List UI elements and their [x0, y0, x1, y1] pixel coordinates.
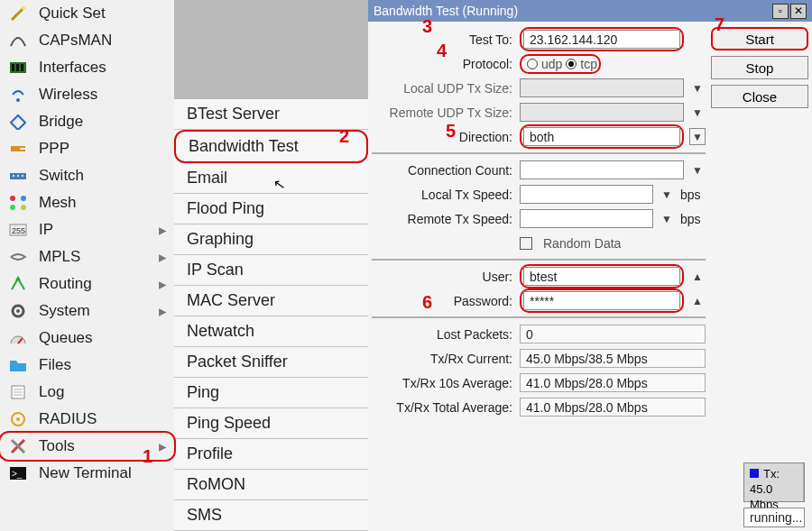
submenu-email[interactable]: Email: [174, 163, 368, 194]
close-button[interactable]: Close: [711, 85, 808, 108]
protocol-tcp-radio[interactable]: [566, 59, 577, 69]
collapse-icon[interactable]: ▲: [689, 295, 706, 307]
nav-quick-set[interactable]: Quick Set: [0, 0, 174, 27]
nav-queues[interactable]: Queues: [0, 325, 174, 352]
nav-new-terminal[interactable]: >_ New Terminal: [0, 460, 174, 487]
submenu-btest-server[interactable]: BTest Server: [174, 99, 368, 130]
label-remote-udp: Remote UDP Tx Size:: [372, 105, 514, 120]
nav-radius[interactable]: RADIUS: [0, 406, 174, 433]
txrx-10s-value: 41.0 Mbps/28.0 Mbps: [520, 373, 706, 392]
unit-bps: bps: [680, 212, 706, 226]
submenu-header: [174, 0, 368, 99]
remote-tx-input[interactable]: [520, 209, 653, 228]
svg-point-30: [16, 417, 20, 421]
nav-ip[interactable]: 255 IP ▸: [0, 216, 174, 243]
minimize-button[interactable]: ▫: [772, 4, 789, 19]
submenu-ping[interactable]: Ping: [174, 378, 368, 408]
protocol-udp-radio[interactable]: [527, 59, 538, 69]
svg-point-1: [22, 6, 25, 10]
ip-icon: 255: [7, 221, 29, 239]
legend-swatch-tx: [750, 469, 759, 478]
submenu-mac-server[interactable]: MAC Server: [174, 286, 368, 316]
svg-point-15: [10, 196, 15, 201]
submenu-bandwidth-test[interactable]: Bandwidth Test: [174, 130, 368, 163]
svg-rect-3: [12, 64, 14, 71]
bridge-icon: [7, 113, 29, 131]
dropdown-icon[interactable]: ▼: [689, 164, 706, 177]
label-local-tx: Local Tx Speed:: [372, 188, 514, 202]
nav-label: RADIUS: [39, 410, 97, 428]
svg-point-17: [10, 205, 15, 210]
start-button[interactable]: Start: [711, 27, 808, 50]
submenu-ping-speed[interactable]: Ping Speed: [174, 408, 368, 439]
titlebar[interactable]: Bandwidth Test (Running) ▫ ✕: [368, 0, 812, 22]
label-random: Random Data: [543, 236, 621, 251]
svg-rect-8: [11, 146, 20, 151]
nav-label: Log: [39, 383, 64, 401]
bandwidth-test-window: Bandwidth Test (Running) ▫ ✕ Test To: 23…: [368, 0, 812, 531]
label-protocol: Protocol:: [372, 57, 514, 71]
dropdown-icon[interactable]: ▼: [689, 82, 706, 95]
submenu-ip-scan[interactable]: IP Scan: [174, 255, 368, 286]
local-udp-input: [520, 78, 684, 97]
nav-interfaces[interactable]: Interfaces: [0, 54, 174, 81]
wifi-dot-icon: [7, 86, 29, 104]
dropdown-icon[interactable]: ▼: [659, 188, 675, 201]
svg-marker-7: [11, 115, 25, 130]
svg-point-6: [16, 98, 20, 102]
password-input[interactable]: *****: [523, 291, 680, 310]
nav-tools[interactable]: Tools ▸: [0, 433, 174, 460]
nav-label: Interfaces: [39, 59, 106, 77]
local-tx-input[interactable]: [520, 185, 653, 204]
nav-label: Bridge: [39, 113, 83, 131]
nav-files[interactable]: Files: [0, 352, 174, 379]
protocol-udp-label: udp: [541, 57, 562, 71]
submenu-profile[interactable]: Profile: [174, 439, 368, 470]
nav-label: Queues: [39, 329, 93, 347]
mpls-icon: [7, 248, 29, 266]
svg-marker-21: [15, 276, 21, 280]
collapse-icon[interactable]: ▲: [689, 270, 706, 283]
remote-udp-input: [520, 103, 684, 122]
nic-icon: [7, 59, 29, 77]
direction-select[interactable]: both: [523, 127, 680, 146]
chevron-right-icon: ▸: [159, 275, 167, 294]
submenu-netwatch[interactable]: Netwatch: [174, 316, 368, 347]
user-input[interactable]: btest: [523, 267, 680, 286]
nav-mpls[interactable]: MPLS ▸: [0, 243, 174, 270]
submenu-sms[interactable]: SMS: [174, 500, 368, 531]
nav-wireless[interactable]: Wireless: [0, 81, 174, 108]
nav-routing[interactable]: Routing ▸: [0, 270, 174, 298]
wifi-arc-icon: [7, 32, 29, 50]
nav-log[interactable]: Log: [0, 379, 174, 406]
nav-mesh[interactable]: Mesh: [0, 189, 174, 216]
mesh-icon: [7, 194, 29, 212]
dropdown-icon[interactable]: ▼: [659, 213, 675, 225]
submenu-flood-ping[interactable]: Flood Ping: [174, 194, 368, 224]
submenu-romon[interactable]: RoMON: [174, 470, 368, 500]
nav-capsman[interactable]: CAPsMAN: [0, 27, 174, 54]
direction-dropdown-button[interactable]: ▼: [689, 128, 706, 145]
nav-switch[interactable]: Switch: [0, 162, 174, 189]
label-conn-count: Connection Count:: [372, 163, 514, 178]
wand-icon: [7, 5, 29, 23]
left-nav: Quick Set CAPsMAN Interfaces Wireless Br…: [0, 0, 174, 531]
random-data-checkbox[interactable]: [520, 237, 532, 250]
close-window-button[interactable]: ✕: [790, 4, 807, 19]
nav-bridge[interactable]: Bridge: [0, 108, 174, 135]
submenu-graphing[interactable]: Graphing: [174, 224, 368, 255]
stop-button[interactable]: Stop: [711, 56, 808, 79]
test-to-input[interactable]: 23.162.144.120: [523, 30, 680, 49]
label-avg10: Tx/Rx 10s Average:: [372, 376, 514, 390]
dropdown-icon[interactable]: ▼: [689, 106, 706, 119]
nav-system[interactable]: System ▸: [0, 298, 174, 325]
svg-point-13: [17, 175, 19, 177]
nav-ppp[interactable]: PPP: [0, 135, 174, 162]
connection-count-input[interactable]: [520, 160, 684, 179]
svg-point-14: [22, 175, 23, 177]
submenu-packet-sniffer[interactable]: Packet Sniffer: [174, 347, 368, 378]
nav-label: Files: [39, 356, 71, 374]
terminal-icon: >_: [7, 464, 29, 482]
txrx-total-value: 41.0 Mbps/28.0 Mbps: [520, 398, 706, 417]
svg-rect-5: [21, 64, 23, 71]
